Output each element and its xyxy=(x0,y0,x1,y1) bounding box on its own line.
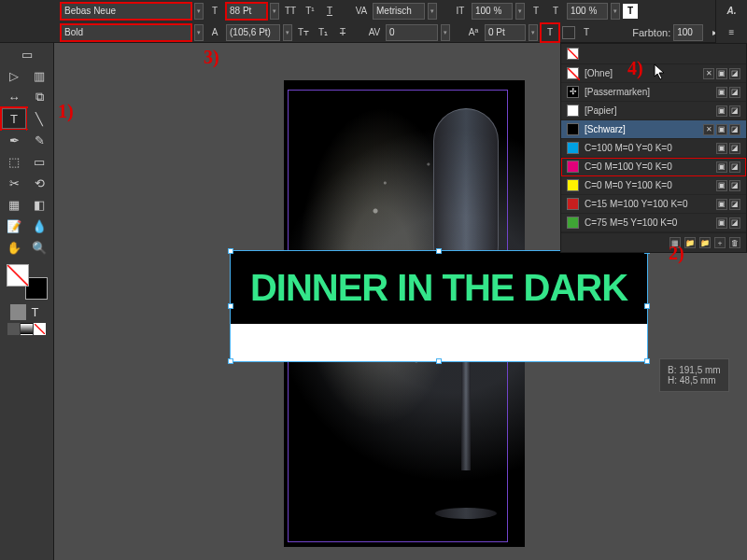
tracking-dd[interactable]: ▾ xyxy=(441,24,450,41)
fill-stroke-proxy[interactable] xyxy=(7,264,48,300)
swatch-chip xyxy=(567,123,579,135)
note-tool[interactable]: 📝 xyxy=(2,216,26,236)
format-color[interactable] xyxy=(7,323,20,335)
right-control-strip: A. ≡ xyxy=(715,0,747,43)
zoom-tool[interactable]: 🔍 xyxy=(27,237,51,258)
strikethrough-icon[interactable]: T xyxy=(334,24,351,41)
swatch-row[interactable]: [Ohne]✕▣◪ xyxy=(561,64,746,83)
rectangle-tool[interactable]: ▭ xyxy=(27,151,51,172)
leading-dd[interactable]: ▾ xyxy=(283,24,292,41)
new-swatch-icon[interactable]: ＋ xyxy=(714,237,726,248)
font-weight-dd[interactable]: ▾ xyxy=(194,24,204,41)
font-family-dd[interactable]: ▾ xyxy=(194,3,204,20)
swatch-mode-icon: ◪ xyxy=(729,217,740,229)
font-family-field[interactable]: Bebas Neue xyxy=(61,3,191,20)
swatch-row[interactable]: C=15 M=100 Y=100 K=0▣◪ xyxy=(561,195,746,214)
kerning-dd[interactable]: ▾ xyxy=(428,3,437,20)
swatch-chip xyxy=(567,198,579,210)
stroke-box-icon[interactable] xyxy=(562,26,575,39)
gradient-feather-tool[interactable]: ◧ xyxy=(27,194,51,215)
tracking-icon: AV xyxy=(366,24,383,41)
smallcaps-icon[interactable]: Tᴛ xyxy=(295,24,312,41)
swatch-row[interactable]: [Papier]▣◪ xyxy=(561,102,746,120)
swatch-row[interactable]: C=0 M=100 Y=0 K=0▣◪ xyxy=(561,158,746,176)
gap-tool[interactable]: ↔ xyxy=(2,87,26,107)
selection-tool[interactable]: ▭ xyxy=(15,44,39,64)
tint-field[interactable]: 100 xyxy=(673,24,703,41)
swatch-type-icon: ▣ xyxy=(716,180,727,191)
fill-T-icon[interactable]: T xyxy=(623,4,638,19)
transform-tool[interactable]: ⟲ xyxy=(27,173,51,193)
swatch-type-icon: ▣ xyxy=(716,105,727,117)
swatch-mode-icon: ◪ xyxy=(729,68,740,79)
hscale-icon: T xyxy=(547,3,564,20)
font-weight-field[interactable]: Bold xyxy=(61,24,191,41)
vscale-dd[interactable]: ▾ xyxy=(515,3,525,20)
dim-height: H: 48,5 mm xyxy=(668,375,721,385)
delete-swatch-icon[interactable]: 🗑 xyxy=(729,237,740,248)
char-fill-icon[interactable]: T xyxy=(542,24,558,41)
subscript-icon[interactable]: T₁ xyxy=(315,24,331,41)
swatch-name: C=0 M=100 Y=0 K=0 xyxy=(585,161,672,172)
page-tool[interactable]: ▥ xyxy=(27,65,51,86)
kerning-icon: VA xyxy=(353,3,370,20)
swatch-noedit-icon: ✕ xyxy=(703,124,714,135)
kerning-field[interactable]: Metrisch xyxy=(373,3,425,20)
leading-field[interactable]: (105,6 Pt) xyxy=(226,24,280,41)
char-panel-icon[interactable]: A. xyxy=(715,0,747,21)
hscale-field[interactable]: 100 % xyxy=(567,3,608,20)
vscale-field[interactable]: 100 % xyxy=(472,3,513,20)
type-tool[interactable]: T xyxy=(2,108,26,129)
swatch-list: [Ohne]✕▣◪✢[Passermarken]▣◪[Papier]▣◪[Sch… xyxy=(561,64,746,232)
apply-type[interactable]: T xyxy=(27,304,43,320)
leading-icon: A xyxy=(206,24,223,41)
gradient-tool[interactable]: ▦ xyxy=(2,194,26,215)
underline-icon[interactable]: T xyxy=(321,3,338,20)
font-size-field[interactable]: 88 Pt xyxy=(226,3,267,20)
swatch-chip xyxy=(567,142,579,154)
swatch-row[interactable]: C=75 M=5 Y=100 K=0▣◪ xyxy=(561,214,746,232)
swatch-type-icon: ▣ xyxy=(716,124,727,135)
swatch-type-icon: ▣ xyxy=(716,217,727,229)
control-bar: Bebas Neue▾ T 88 Pt▾ TT T¹ T VA Metrisch… xyxy=(0,0,747,43)
format-none[interactable] xyxy=(34,323,46,335)
scissors-tool[interactable]: ✂ xyxy=(2,173,26,193)
swatch-chip: ✢ xyxy=(567,86,579,98)
open-library-icon[interactable]: 📁 xyxy=(684,237,696,248)
headline-text[interactable]: DINNER IN THE DARK xyxy=(231,251,647,324)
content-collector-tool[interactable]: ⧉ xyxy=(27,87,51,107)
line-tool[interactable]: ╲ xyxy=(27,108,51,129)
char-stroke-icon[interactable]: T xyxy=(578,24,595,41)
text-frame[interactable]: DINNER IN THE DARK xyxy=(230,250,648,362)
hand-tool[interactable]: ✋ xyxy=(2,237,26,258)
pen-tool[interactable]: ✒ xyxy=(2,130,26,150)
baseline-field[interactable]: 0 Pt xyxy=(485,24,526,41)
rectangle-frame-tool[interactable]: ⬚ xyxy=(2,151,26,172)
swatch-type-icon: ▣ xyxy=(716,199,727,210)
swatch-row[interactable]: ✢[Passermarken]▣◪ xyxy=(561,83,746,102)
swatch-view-icon[interactable]: ▦ xyxy=(669,237,681,248)
direct-select-tool[interactable]: ▷ xyxy=(2,65,26,86)
baseline-label-icon[interactable]: T xyxy=(528,3,544,20)
hscale-dd[interactable]: ▾ xyxy=(611,3,620,20)
swatch-name: C=75 M=5 Y=100 K=0 xyxy=(585,217,677,228)
panel-fill-proxy[interactable] xyxy=(567,48,579,60)
baseline-dd[interactable]: ▾ xyxy=(529,24,538,41)
swatch-row[interactable]: C=0 M=0 Y=100 K=0▣◪ xyxy=(561,176,746,195)
swatch-name: [Passermarken] xyxy=(585,87,650,97)
swatch-name: C=15 M=100 Y=100 K=0 xyxy=(585,199,687,209)
eyedropper-tool[interactable]: 💧 xyxy=(27,216,51,236)
swatch-name: [Ohne] xyxy=(585,68,613,78)
pencil-tool[interactable]: ✎ xyxy=(27,130,51,150)
apply-color[interactable] xyxy=(10,304,26,320)
font-size-dd[interactable]: ▾ xyxy=(270,3,279,20)
new-group-icon[interactable]: 📁 xyxy=(699,237,711,248)
tracking-field[interactable]: 0 xyxy=(386,24,438,41)
superscript-icon[interactable]: T¹ xyxy=(302,3,318,20)
allcaps-icon[interactable]: TT xyxy=(282,3,299,20)
swatch-row[interactable]: C=100 M=0 Y=0 K=0▣◪ xyxy=(561,139,746,158)
swatch-chip xyxy=(567,179,579,191)
format-gradient[interactable] xyxy=(21,323,33,335)
panel-menu-icon[interactable]: ≡ xyxy=(715,21,747,43)
swatch-row[interactable]: [Schwarz]✕▣◪ xyxy=(561,120,746,139)
